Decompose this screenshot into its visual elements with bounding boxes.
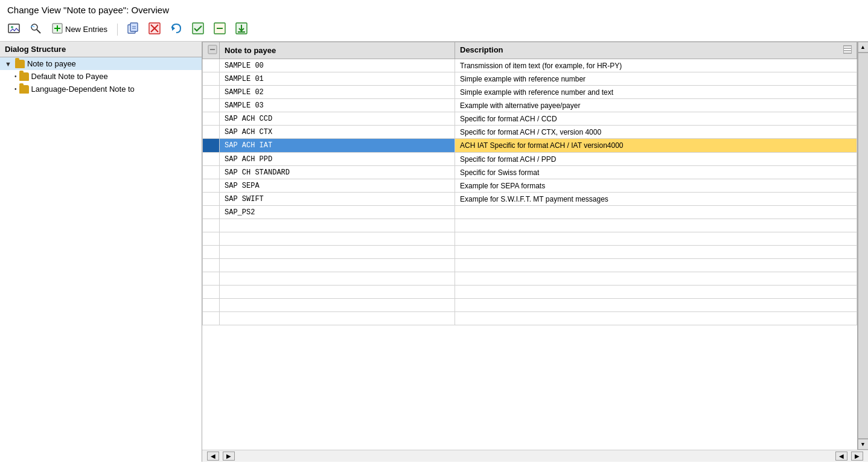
row-desc: Specific for format ACH / PPD	[455, 153, 857, 166]
copy-icon	[126, 22, 139, 37]
row-selector[interactable]	[203, 166, 220, 179]
row-selector[interactable]	[203, 59, 220, 72]
row-desc: Example for S.W.I.F.T. MT payment messag…	[455, 193, 857, 206]
row-selector[interactable]	[203, 206, 220, 219]
row-note	[220, 232, 455, 246]
scroll-far-left-btn[interactable]: ◀	[835, 452, 847, 461]
row-note: SAP_PS2	[220, 206, 455, 219]
table-row[interactable]: SAP ACH CTXSpecific for format ACH / CTX…	[203, 126, 857, 139]
row-note	[220, 299, 455, 312]
page-title: Change View "Note to payee": Overview	[0, 0, 868, 18]
table-row[interactable]	[203, 272, 857, 286]
sidebar-label-language-note: Language-Dependent Note to	[31, 85, 135, 94]
row-selector[interactable]	[203, 193, 220, 206]
row-desc: Simple example with reference number and…	[455, 86, 857, 99]
table-row[interactable]: SAP ACH PPDSpecific for format ACH / PPD	[203, 153, 857, 166]
row-selector[interactable]	[203, 299, 220, 312]
row-desc: ACH IAT Specific for format ACH / IAT ve…	[455, 139, 857, 153]
table-row[interactable]	[203, 286, 857, 299]
svg-marker-14	[172, 26, 175, 31]
table-scroll[interactable]: Note to payee Description	[202, 42, 857, 450]
table-row[interactable]	[203, 246, 857, 259]
table-row[interactable]: SAP ACH CCDSpecific for format ACH / CCD	[203, 112, 857, 126]
bottom-bar: ◀ ▶ ◀ ▶	[202, 450, 868, 462]
delete-btn[interactable]	[145, 21, 164, 38]
svg-point-1	[11, 26, 13, 28]
row-selector[interactable]	[203, 312, 220, 325]
folder-icon-language-note	[19, 85, 29, 94]
sidebar-item-note-to-payee[interactable]: ▼ Note to payee	[0, 57, 202, 70]
svg-rect-8	[130, 23, 138, 31]
row-selector[interactable]	[203, 272, 220, 286]
col-settings-icon[interactable]	[843, 45, 852, 56]
sidebar-item-language-note[interactable]: • Language-Dependent Note to	[0, 83, 202, 95]
row-selector[interactable]	[203, 179, 220, 193]
display-icon	[7, 22, 21, 37]
row-desc	[455, 312, 857, 325]
row-selector[interactable]	[203, 126, 220, 139]
table-row[interactable]: SAP CH STANDARDSpecific for Swiss format	[203, 166, 857, 179]
table-row[interactable]	[203, 219, 857, 232]
table-row[interactable]: SAP SWIFTExample for S.W.I.F.T. MT payme…	[203, 193, 857, 206]
select-all-btn[interactable]	[189, 21, 207, 38]
row-note	[220, 259, 455, 272]
table-row[interactable]: SAMPLE 02Simple example with reference n…	[203, 86, 857, 99]
table-row[interactable]: SAMPLE 00Transmission of item text (for …	[203, 59, 857, 72]
row-desc: Example for SEPA formats	[455, 179, 857, 193]
import-btn[interactable]	[232, 21, 251, 38]
scroll-up-btn[interactable]: ▲	[858, 42, 869, 53]
search-btn[interactable]	[27, 21, 45, 38]
table-row[interactable]: SAMPLE 01Simple example with reference n…	[203, 72, 857, 86]
table-row[interactable]: SAMPLE 03Example with alternative payee/…	[203, 99, 857, 112]
table-row[interactable]	[203, 312, 857, 325]
row-note	[220, 246, 455, 259]
scroll-far-right-btn[interactable]: ▶	[851, 452, 863, 461]
row-selector[interactable]	[203, 86, 220, 99]
row-selector[interactable]	[203, 139, 220, 153]
table-row[interactable]: SAP SEPAExample for SEPA formats	[203, 179, 857, 193]
row-selector[interactable]	[203, 153, 220, 166]
row-selector[interactable]	[203, 259, 220, 272]
row-selector[interactable]	[203, 112, 220, 126]
table-row[interactable]	[203, 259, 857, 272]
table-row[interactable]: SAP_PS2	[203, 206, 857, 219]
new-entries-label: New Entries	[65, 25, 107, 34]
row-selector[interactable]	[203, 219, 220, 232]
svg-line-3	[37, 30, 40, 33]
row-selector[interactable]	[203, 232, 220, 246]
svg-rect-25	[844, 49, 851, 50]
undo-btn[interactable]	[167, 21, 185, 38]
tree-bullet-default-note: •	[14, 73, 17, 80]
sidebar-label-default-note: Default Note to Payee	[31, 72, 108, 81]
row-selector[interactable]	[203, 99, 220, 112]
row-selector[interactable]	[203, 246, 220, 259]
scroll-down-btn[interactable]: ▼	[858, 439, 869, 450]
col-header-selector	[203, 42, 220, 59]
row-desc	[455, 219, 857, 232]
row-note: SAMPLE 03	[220, 99, 455, 112]
svg-rect-0	[8, 24, 19, 33]
row-note	[220, 286, 455, 299]
table-row[interactable]	[203, 232, 857, 246]
scroll-track[interactable]	[858, 53, 869, 439]
table-row[interactable]	[203, 299, 857, 312]
new-entries-button[interactable]: New Entries	[48, 22, 111, 37]
row-selector[interactable]	[203, 286, 220, 299]
copy-btn[interactable]	[124, 21, 142, 38]
row-selector[interactable]	[203, 72, 220, 86]
row-note: SAP SEPA	[220, 179, 455, 193]
delete-icon	[148, 22, 161, 37]
scroll-right-btn[interactable]: ▶	[223, 452, 235, 461]
row-desc	[455, 272, 857, 286]
display-btn[interactable]	[5, 21, 23, 38]
row-desc: Example with alternative payee/payer	[455, 99, 857, 112]
row-desc: Simple example with reference number	[455, 72, 857, 86]
table-row[interactable]: SAP ACH IATACH IAT Specific for format A…	[203, 139, 857, 153]
deselect-btn[interactable]	[211, 21, 229, 38]
scroll-left-btn[interactable]: ◀	[207, 452, 219, 461]
row-note: SAP ACH IAT	[220, 139, 455, 153]
row-note: SAMPLE 02	[220, 86, 455, 99]
sidebar-item-default-note[interactable]: • Default Note to Payee	[0, 70, 202, 83]
main-container: Dialog Structure ▼ Note to payee • Defau…	[0, 42, 868, 462]
row-desc: Specific for Swiss format	[455, 166, 857, 179]
